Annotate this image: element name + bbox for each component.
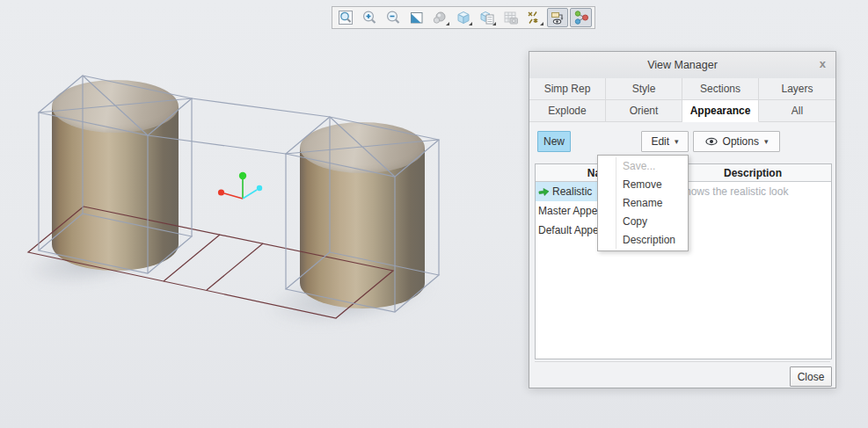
dropdown-corner-icon: [469, 22, 472, 25]
new-button[interactable]: New: [537, 131, 571, 152]
annotation-display-button[interactable]: [547, 8, 569, 27]
dialog-title: View Manager: [647, 59, 718, 71]
zoom-region-icon: [338, 10, 354, 25]
saved-orientations-button[interactable]: [476, 8, 498, 27]
tab-layers[interactable]: Layers: [759, 78, 835, 100]
chevron-down-icon: ▾: [764, 138, 769, 146]
dropdown-corner-icon: [492, 22, 496, 25]
eye-icon: [705, 137, 718, 146]
footer-divider: [535, 361, 830, 362]
edit-button[interactable]: Edit ▾: [641, 131, 689, 152]
close-button[interactable]: Close: [790, 366, 832, 387]
row-description: [675, 221, 831, 240]
menu-item-remove[interactable]: Remove: [598, 176, 688, 194]
row-description: [675, 201, 831, 221]
cylinder-top-face: [52, 80, 179, 133]
tab-orient[interactable]: Orient: [606, 100, 682, 122]
snapshot-icon: [503, 10, 519, 25]
close-icon[interactable]: x: [820, 58, 826, 70]
menu-item-description[interactable]: Description: [598, 231, 688, 250]
refit-icon: [409, 10, 425, 25]
zoom-out-button[interactable]: [382, 8, 404, 27]
tab-style[interactable]: Style: [606, 78, 682, 100]
chevron-down-icon: ▾: [675, 138, 679, 146]
menu-item-rename[interactable]: Rename: [598, 194, 688, 213]
edit-dropdown-menu: Save... Remove Rename Copy Description: [597, 155, 689, 251]
shading-mode-button[interactable]: [429, 8, 451, 27]
edit-button-label: Edit: [651, 135, 669, 148]
zoom-in-icon: [361, 10, 377, 25]
tab-all[interactable]: All: [759, 100, 835, 122]
zoom-out-icon: [385, 10, 401, 25]
tab-explode[interactable]: Explode: [529, 100, 606, 122]
view-snapshot-button: [500, 8, 522, 27]
active-arrow-icon: [537, 186, 550, 198]
dialog-titlebar[interactable]: View Manager x: [529, 52, 835, 79]
spin-center-button[interactable]: [570, 8, 592, 27]
dialog-tabs: Simp Rep Style Sections Layers Explode O…: [529, 78, 835, 122]
tab-simp-rep[interactable]: Simp Rep: [529, 78, 606, 100]
datum-display-button[interactable]: [523, 8, 545, 27]
display-style-button[interactable]: [453, 8, 475, 27]
row-description: Shows the realistic look: [675, 182, 831, 201]
zoom-region-button[interactable]: [335, 8, 357, 27]
tab-sections[interactable]: Sections: [682, 78, 759, 100]
tab-appearance[interactable]: Appearance: [682, 100, 759, 122]
dropdown-corner-icon: [446, 22, 449, 25]
graph-nodes-icon: [573, 10, 589, 25]
refit-button[interactable]: [405, 8, 427, 27]
options-button[interactable]: Options ▾: [693, 131, 780, 152]
csys-triad: [218, 172, 262, 199]
cylinder-top-face: [300, 122, 425, 173]
row-name: Realistic: [552, 185, 592, 198]
annotation-eye-icon: [550, 10, 565, 25]
column-header-description: Description: [675, 164, 831, 181]
graphics-toolbar: [332, 6, 595, 29]
dropdown-corner-icon: [540, 22, 543, 25]
zoom-in-button[interactable]: [359, 8, 381, 27]
options-button-label: Options: [723, 135, 759, 148]
menu-item-save: Save...: [598, 157, 688, 176]
menu-item-copy[interactable]: Copy: [598, 213, 688, 231]
creo-app-window: View Manager x Simp Rep Style Sections L…: [0, 0, 868, 428]
